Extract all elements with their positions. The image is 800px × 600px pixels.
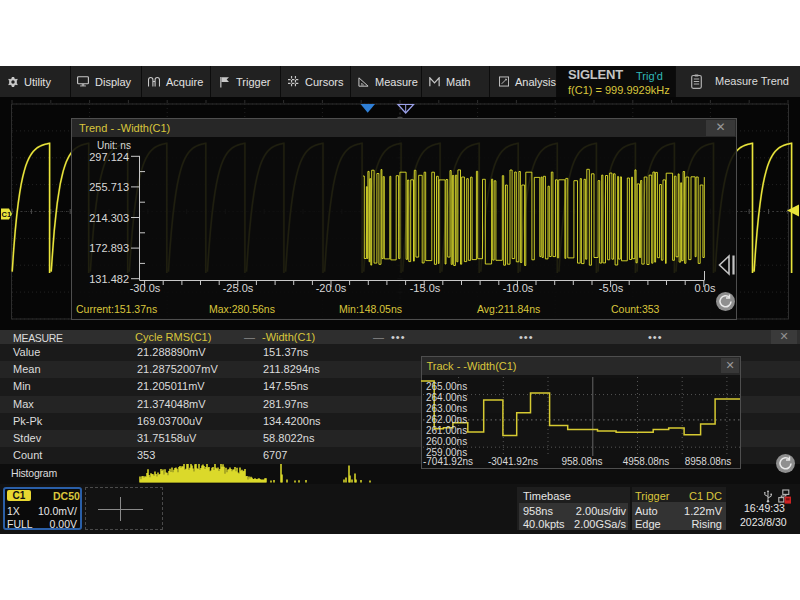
svg-text:C1: C1 — [2, 210, 12, 219]
